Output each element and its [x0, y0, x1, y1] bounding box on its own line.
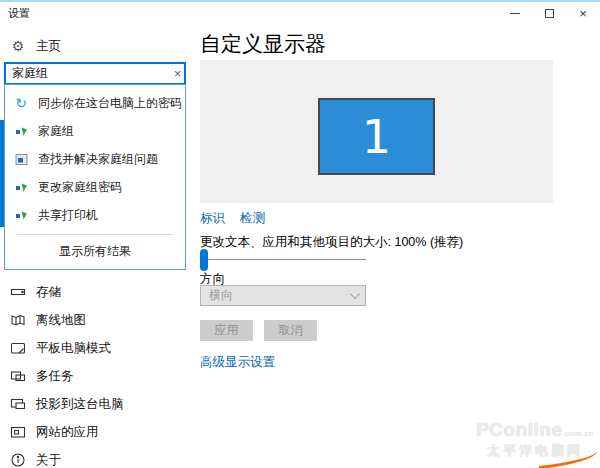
- maximize-icon: [545, 9, 554, 18]
- search-result-troubleshoot-homegroup[interactable]: 查找并解决家庭组问题: [5, 145, 185, 173]
- page-title: 自定义显示器: [200, 30, 326, 58]
- search-result-homegroup[interactable]: 家庭组: [5, 117, 185, 145]
- search-result-label: 同步你在这台电脑上的密码: [38, 95, 182, 112]
- sidebar-item-offline-maps[interactable]: 离线地图: [0, 306, 196, 334]
- orientation-dropdown[interactable]: 横向: [200, 285, 366, 306]
- search-box: ×: [4, 62, 186, 85]
- sidebar-item-label: 平板电脑模式: [36, 340, 111, 357]
- sidebar-item-label: 网站的应用: [36, 424, 99, 441]
- advanced-display-settings-link[interactable]: 高级显示设置: [200, 354, 275, 371]
- settings-window: 设置 × ⚙ 主页 × ↻ 同步你在这台电脑上的密码 家: [0, 0, 600, 468]
- clear-search-icon[interactable]: ×: [171, 66, 184, 81]
- homegroup-icon: [14, 208, 28, 222]
- sidebar-item-label: 存储: [36, 284, 61, 301]
- minimize-button[interactable]: [498, 2, 532, 24]
- homegroup-icon: [14, 180, 28, 194]
- identify-detect-links: 标识 检测: [200, 210, 265, 227]
- tablet-mode-icon: [10, 340, 26, 356]
- sidebar-item-label: 关于: [36, 452, 61, 468]
- apply-button[interactable]: 应用: [200, 320, 253, 341]
- main-content: 自定义显示器 1 标识 检测 更改文本、应用和其他项目的大小: 100% (推荐…: [200, 24, 600, 468]
- search-result-label: 更改家庭组密码: [38, 179, 122, 196]
- sidebar-item-multitasking[interactable]: 多任务: [0, 362, 196, 390]
- action-buttons: 应用 取消: [200, 320, 317, 341]
- detect-link[interactable]: 检测: [240, 210, 265, 227]
- monitor-number: 1: [362, 110, 391, 164]
- sidebar-item-label: 投影到这台电脑: [36, 396, 124, 413]
- monitor-1-preview[interactable]: 1: [318, 98, 435, 175]
- sync-icon: ↻: [14, 96, 28, 110]
- search-result-share-printers[interactable]: 共享打印机: [5, 201, 185, 229]
- sidebar-item-label: 主页: [36, 38, 61, 55]
- search-results-dropdown: ↻ 同步你在这台电脑上的密码 家庭组 查找并解决家庭组问题 更改家庭组密码: [4, 84, 186, 270]
- window-title: 设置: [8, 6, 30, 21]
- search-result-label: 家庭组: [38, 123, 74, 140]
- sidebar-item-about[interactable]: 关于: [0, 446, 196, 468]
- sidebar-item-tablet-mode[interactable]: 平板电脑模式: [0, 334, 196, 362]
- sidebar-item-storage[interactable]: 存储: [0, 278, 196, 306]
- sidebar-item-apps-for-websites[interactable]: 网站的应用: [0, 418, 196, 446]
- window-controls: ×: [498, 2, 600, 24]
- homegroup-icon: [14, 124, 28, 138]
- maximize-button[interactable]: [532, 2, 566, 24]
- offline-maps-icon: [10, 312, 26, 328]
- display-preview-area: 1: [200, 60, 553, 203]
- sidebar: ⚙ 主页 × ↻ 同步你在这台电脑上的密码 家庭组 查找并: [0, 24, 196, 468]
- about-icon: [10, 452, 26, 468]
- selected-page-accent-bar: [0, 120, 4, 227]
- minimize-icon: [510, 13, 520, 14]
- titlebar: 设置 ×: [0, 2, 600, 24]
- sidebar-item-label: 离线地图: [36, 312, 86, 329]
- search-result-label: 共享打印机: [38, 207, 98, 224]
- storage-icon: [10, 284, 26, 300]
- search-input[interactable]: [6, 67, 171, 81]
- sidebar-item-home[interactable]: ⚙ 主页: [0, 32, 196, 60]
- search-result-sync-passwords[interactable]: ↻ 同步你在这台电脑上的密码: [5, 89, 185, 117]
- identify-link[interactable]: 标识: [200, 210, 225, 227]
- scale-slider[interactable]: [200, 248, 366, 272]
- troubleshoot-icon: [14, 152, 28, 166]
- orientation-selected-value: 横向: [209, 287, 350, 304]
- project-icon: [10, 396, 26, 412]
- multitasking-icon: [10, 368, 26, 384]
- close-button[interactable]: ×: [566, 2, 600, 24]
- search-result-change-homegroup-password[interactable]: 更改家庭组密码: [5, 173, 185, 201]
- search-result-label: 查找并解决家庭组问题: [38, 151, 158, 168]
- sidebar-item-label: 多任务: [36, 368, 74, 385]
- apps-websites-icon: [10, 424, 26, 440]
- gear-icon: ⚙: [10, 38, 26, 54]
- slider-thumb[interactable]: [200, 249, 208, 271]
- show-all-results[interactable]: 显示所有结果: [5, 235, 185, 269]
- chevron-down-icon: [350, 289, 360, 299]
- cancel-button[interactable]: 取消: [264, 320, 317, 341]
- slider-track[interactable]: [200, 259, 366, 260]
- sidebar-item-projecting[interactable]: 投影到这台电脑: [0, 390, 196, 418]
- close-icon: ×: [579, 7, 587, 20]
